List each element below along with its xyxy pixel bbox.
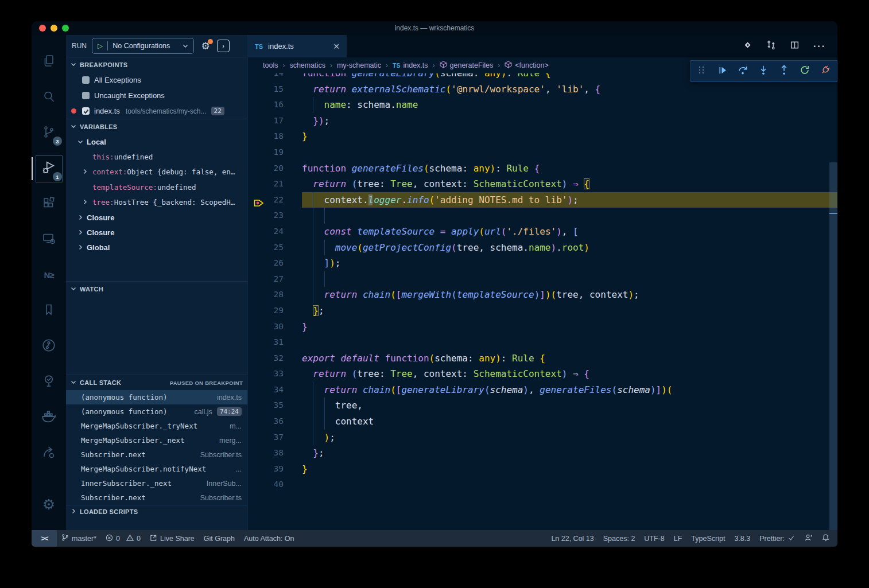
status-item-3-8-3[interactable]: 3.8.3 [730,535,755,543]
code-line-29[interactable]: 29 }; [248,303,837,319]
step-out-button[interactable] [774,61,794,81]
line-number[interactable]: 25 [248,240,284,256]
line-number[interactable]: 17 [248,113,284,129]
minimize-window-button[interactable] [51,25,57,32]
line-number[interactable]: 27 [248,271,284,287]
line-number[interactable]: 37 [248,430,284,446]
variable-row[interactable]: tree: HostTree {_backend: ScopedH… [66,195,247,211]
callstack-frame[interactable]: Subscriber.nextSubscriber.ts [66,490,247,505]
variables-scope-closure[interactable]: Closure [66,225,247,240]
code-line-38[interactable]: 38 }; [248,445,837,461]
status-item-spaces--2[interactable]: Spaces: 2 [599,535,640,543]
code-line-39[interactable]: 39} [248,461,837,477]
activity-item-remote-explorer[interactable] [32,222,66,258]
compare-changes-icon[interactable] [766,40,776,52]
status-item-ln-22--col-13[interactable]: Ln 22, Col 13 [546,535,598,543]
line-number[interactable]: 18 [248,128,284,145]
status-item-feedback[interactable] [800,534,817,543]
line-number[interactable]: 28 [248,287,284,303]
status-item-git-graph[interactable]: Git Graph [199,530,239,547]
line-number[interactable]: 30 [248,319,284,335]
breakpoint-row[interactable]: Uncaught Exceptions [66,88,247,103]
line-number[interactable]: 36 [248,414,284,430]
disconnect-button[interactable] [815,61,836,81]
status-item-auto-attach--on[interactable]: Auto Attach: On [239,530,299,547]
more-actions-icon[interactable]: ··· [813,41,826,52]
call-stack-section-header[interactable]: CALL STACK PAUSED ON BREAKPOINT [66,375,247,390]
activity-item-gitlens[interactable] [32,329,66,364]
breadcrumb-my-schematic[interactable]: my-schematic [337,61,381,69]
variables-section-header[interactable]: VARIABLES [66,119,247,134]
activity-item-source-control[interactable]: 3 [32,115,66,151]
code-line-16[interactable]: 16 name: schema.name [248,97,837,113]
line-number[interactable]: 31 [248,334,284,351]
tab-index-ts[interactable]: TS index.ts ✕ [248,35,347,57]
code-line-17[interactable]: 17 }); [248,113,837,129]
line-number[interactable]: 19 [248,145,284,161]
vertical-scrollbar[interactable] [829,73,837,530]
code-line-31[interactable]: 31 [248,334,837,351]
code-line-20[interactable]: 20function generateFiles(schema: any): R… [248,161,837,177]
line-number[interactable]: 33 [248,366,284,382]
activity-item-test-explorer[interactable] [32,364,66,400]
status-item-bell[interactable] [817,534,834,543]
code-line-21[interactable]: 21 return (tree: Tree, context: Schemati… [248,176,837,192]
callstack-frame[interactable]: Subscriber.nextSubscriber.ts [66,447,247,462]
breadcrumb-tools[interactable]: tools [263,61,278,69]
variables-scope-local[interactable]: Local [66,134,247,149]
expand-chevron-icon[interactable] [82,198,88,207]
callstack-frame[interactable]: (anonymous function)call.js74:24 [66,404,247,419]
activity-item-docker[interactable] [32,400,66,435]
line-number[interactable]: 39 [248,461,284,477]
code-line-34[interactable]: 34 return chain([generateLibrary(schema)… [248,382,837,398]
code-line-23[interactable]: 23 [248,208,837,224]
code-line-30[interactable]: 30} [248,319,837,335]
continue-button[interactable] [712,61,732,81]
code-line-37[interactable]: 37 ); [248,430,837,446]
line-number[interactable]: 26 [248,255,284,271]
activity-item-settings-gear[interactable]: ⚙ [32,486,66,522]
scrollbar-slider[interactable] [829,162,837,530]
line-number[interactable]: 35 [248,398,284,414]
code-line-24[interactable]: 24 const templateSource = apply(url('./f… [248,224,837,240]
launch-configuration-dropdown[interactable]: ▷ No Configurations [92,38,194,54]
breadcrumb-index-ts[interactable]: TSindex.ts [393,61,428,69]
variables-scope-closure[interactable]: Closure [66,210,247,225]
line-number[interactable]: 20 [248,161,284,177]
breakpoint-row[interactable]: All Exceptions [66,72,247,88]
breakpoint-row[interactable]: index.tstools/schematics/my-sch...22 [66,103,247,119]
close-window-button[interactable] [39,25,46,32]
code-line-35[interactable]: 35 tree, [248,398,837,414]
step-over-button[interactable] [732,61,753,81]
start-debug-icon[interactable]: ▷ [98,42,103,50]
line-number[interactable]: 14 [248,73,284,81]
line-number[interactable]: 15 [248,81,284,98]
code-line-28[interactable]: 28 return chain([mergeWith(templateSourc… [248,287,837,303]
breadcrumb-generatefiles[interactable]: generateFiles [440,61,494,70]
code-line-32[interactable]: 32export default function(schema: any): … [248,351,837,367]
open-changes-icon[interactable] [743,40,752,52]
status-item-lf[interactable]: LF [669,535,687,543]
variable-row[interactable]: this: undefined [66,149,247,165]
watch-section-header[interactable]: WATCH [66,281,247,297]
restart-button[interactable] [794,61,815,81]
loaded-scripts-section-header[interactable]: LOADED SCRIPTS [66,505,247,517]
line-number[interactable]: 34 [248,382,284,398]
activity-item-explorer[interactable] [32,44,66,80]
activity-item-project-share[interactable] [32,435,66,471]
expand-chevron-icon[interactable] [82,168,88,176]
callstack-frame[interactable]: MergeMapSubscriber._nextmerg... [66,433,247,447]
activity-item-run-debug[interactable]: 1 [32,151,66,186]
line-number[interactable]: 21 [248,176,284,192]
debug-settings-gear[interactable]: ⚙ [199,40,212,52]
code-line-19[interactable]: 19 [248,145,837,161]
close-tab-icon[interactable]: ✕ [333,42,340,51]
code-line-36[interactable]: 36 context [248,414,837,430]
activity-item-extensions[interactable] [32,186,66,222]
breakpoint-checkbox[interactable] [82,107,90,115]
code-line-15[interactable]: 15 return externalSchematic('@nrwl/works… [248,81,837,98]
code-line-33[interactable]: 33 return (tree: Tree, context: Schemati… [248,366,837,382]
open-debug-console-button[interactable]: › [217,40,230,52]
callstack-frame[interactable]: MergeMapSubscriber._tryNextm... [66,419,247,433]
code-editor[interactable]: 14function generateLibrary(schema: any):… [248,73,837,530]
